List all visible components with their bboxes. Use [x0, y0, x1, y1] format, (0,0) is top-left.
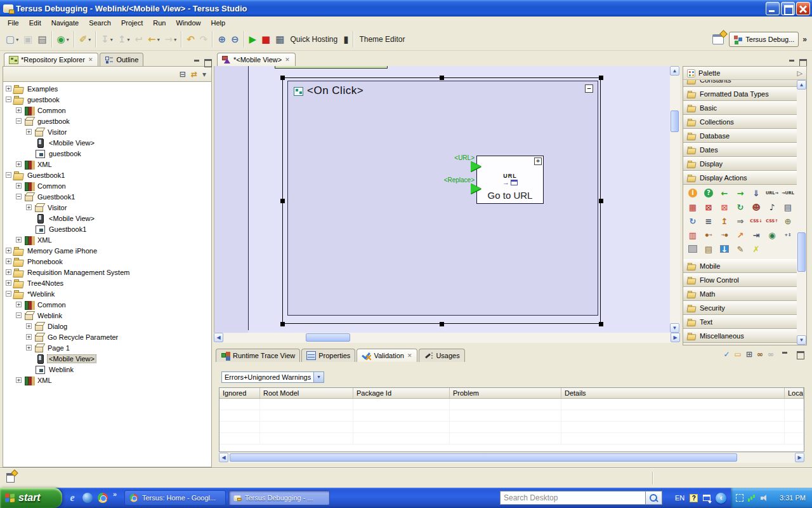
- collapse-model-button[interactable]: −: [585, 84, 593, 93]
- fade-in-icon[interactable]: →●: [718, 230, 731, 241]
- tab-runtime-trace-view[interactable]: Runtime Trace View: [216, 349, 300, 362]
- expand-expander[interactable]: +: [16, 107, 22, 113]
- tree-item-guestbook1[interactable]: Guestbook1: [3, 224, 211, 234]
- help-tray-icon[interactable]: ?: [690, 494, 698, 502]
- expand-expander[interactable]: +: [6, 280, 11, 286]
- close-window-button[interactable]: [796, 2, 810, 15]
- volume-tray-icon[interactable]: [761, 494, 768, 502]
- show-ignored-button[interactable]: ∞: [768, 350, 774, 359]
- tree-item-memory-game-iphone[interactable]: +Memory Game iPhone: [3, 245, 211, 256]
- dropdown-caret-icon[interactable]: ▾: [157, 37, 160, 43]
- tree-item-mobile-view[interactable]: <Mobile View>: [3, 137, 211, 148]
- selection-handle[interactable]: [599, 76, 603, 80]
- scroll-up-button[interactable]: ▲: [797, 80, 806, 90]
- selection-handle[interactable]: [280, 199, 285, 203]
- play-sound-icon[interactable]: ♪: [766, 202, 778, 213]
- palette-category-constants[interactable]: Constants: [683, 80, 797, 87]
- forward-history-button[interactable]: →▾: [162, 32, 180, 47]
- perspective-button[interactable]: Tersus Debug...: [729, 32, 799, 47]
- column-header-ignored[interactable]: Ignored: [219, 388, 260, 398]
- show-schedule-icon[interactable]: ▦: [686, 202, 699, 213]
- dropdown-caret-icon[interactable]: ▾: [110, 37, 113, 43]
- fade-out-icon[interactable]: ●→: [702, 230, 715, 241]
- scroll-up-button[interactable]: ▲: [670, 66, 679, 76]
- quick-launch-overflow-chevron[interactable]: »: [113, 490, 117, 498]
- tree-item-xml[interactable]: +XML: [3, 375, 211, 385]
- url-to-window-icon[interactable]: URL→: [766, 188, 778, 199]
- close-tab-icon[interactable]: ✕: [284, 57, 291, 63]
- tree-item-guestbook[interactable]: −guestbook: [3, 116, 211, 126]
- validation-filter-select[interactable]: Errors+Unignored Warnings ▾: [221, 371, 324, 383]
- print-button[interactable]: ▤: [35, 32, 49, 47]
- last-edit-location-button[interactable]: ↩: [132, 32, 145, 47]
- refresh-repository-button[interactable]: ⇄: [191, 70, 197, 79]
- expand-expander[interactable]: +: [6, 269, 11, 275]
- refresh-display-icon[interactable]: ↻: [734, 202, 747, 213]
- resize-element-icon[interactable]: +↕: [782, 230, 794, 241]
- minimize-view-button[interactable]: [781, 351, 789, 358]
- signature-pad-icon[interactable]: ✎: [734, 244, 747, 255]
- view-menu-button[interactable]: ▾: [202, 70, 206, 79]
- insert-section-icon[interactable]: ⇥: [750, 230, 763, 241]
- menu-search[interactable]: Search: [84, 18, 116, 28]
- palette-category-text[interactable]: Text: [683, 315, 797, 329]
- palette-header[interactable]: Palette ▷: [683, 67, 806, 80]
- tree-item-mobile-view[interactable]: <Mobile View>: [3, 213, 211, 224]
- scroll-right-button[interactable]: ▶: [795, 453, 804, 462]
- tab-mobile-view-editor[interactable]: *<Mobile View> ✕: [217, 53, 296, 66]
- expand-expander[interactable]: +: [26, 334, 32, 340]
- tree-item-guestbook1[interactable]: −Guestbook1: [3, 170, 211, 180]
- tree-item-guestbook[interactable]: −guestbook: [3, 94, 211, 105]
- menu-help[interactable]: Help: [206, 18, 231, 28]
- column-header-local[interactable]: Local: [785, 388, 804, 398]
- dropdown-caret-icon[interactable]: ▾: [67, 37, 69, 43]
- palette-scrollbar[interactable]: ▲ ▼: [797, 80, 806, 345]
- collapse-expander[interactable]: −: [6, 172, 11, 178]
- expand-expander[interactable]: +: [16, 302, 22, 307]
- collapse-expander[interactable]: −: [16, 312, 22, 318]
- column-header-package-id[interactable]: Package Id: [353, 388, 450, 398]
- search-desktop-input[interactable]: [500, 491, 646, 505]
- collapse-expander[interactable]: −: [6, 97, 11, 102]
- apply-css-icon[interactable]: CSS↓: [750, 216, 763, 227]
- palette-category-database[interactable]: Database: [683, 129, 797, 143]
- messenger-icon[interactable]: [82, 493, 93, 503]
- tree-item-visitor[interactable]: +Visitor: [3, 126, 211, 137]
- palette-category-dates[interactable]: Dates: [683, 143, 797, 157]
- expand-expander[interactable]: +: [16, 161, 22, 167]
- menu-file[interactable]: File: [3, 18, 24, 28]
- maximize-panel-button[interactable]: [204, 59, 212, 66]
- go-to-url-block[interactable]: + URL → Go to URL <URL> <Replace>: [476, 156, 544, 204]
- tree-item-go-recycle-parameter[interactable]: +Go Recycle Parameter: [3, 331, 211, 342]
- palette-category-security[interactable]: Security: [683, 301, 797, 315]
- palette-pin-icon[interactable]: ▷: [797, 69, 802, 77]
- menu-project[interactable]: Project: [116, 18, 148, 28]
- task-chrome-tersus-home[interactable]: Tersus: Home - Googl...: [124, 490, 226, 505]
- expand-expander[interactable]: +: [6, 248, 11, 253]
- palette-category-display[interactable]: Display: [683, 157, 797, 171]
- expand-expander[interactable]: +: [26, 323, 32, 329]
- palette-category-collections[interactable]: Collections: [683, 115, 797, 129]
- previous-view-icon[interactable]: ←: [718, 188, 731, 199]
- tree-item-xml[interactable]: +XML: [3, 159, 211, 170]
- tree-item-requisition-management-system[interactable]: +Requisition Management System: [3, 267, 211, 277]
- run-button[interactable]: ▶: [247, 32, 259, 47]
- window-to-url-icon[interactable]: →URL: [782, 188, 794, 199]
- menu-navigate[interactable]: Navigate: [46, 18, 84, 28]
- selection-handle[interactable]: [440, 76, 444, 80]
- dropdown-caret-icon[interactable]: ▾: [127, 37, 129, 43]
- tree-item-phonebook[interactable]: +Phonebook: [3, 256, 211, 267]
- tree-item-weblink[interactable]: −*Weblink: [3, 288, 211, 299]
- palette-category-miscellaneous[interactable]: Miscellaneous: [683, 329, 797, 343]
- maximize-editor-button[interactable]: [799, 59, 807, 66]
- cancel-action-icon[interactable]: ✗: [750, 244, 763, 255]
- stop-button[interactable]: ■: [259, 32, 273, 47]
- expand-expander[interactable]: +: [26, 345, 32, 351]
- filter-errors-button[interactable]: ▭: [735, 350, 742, 359]
- language-indicator[interactable]: EN: [675, 494, 684, 502]
- url-input-port[interactable]: [471, 161, 481, 171]
- search-desktop-button[interactable]: [646, 491, 662, 505]
- expand-block-button[interactable]: +: [534, 157, 542, 165]
- chrome-quicklaunch-icon[interactable]: [98, 493, 108, 503]
- print-page-icon[interactable]: ▤: [782, 202, 794, 213]
